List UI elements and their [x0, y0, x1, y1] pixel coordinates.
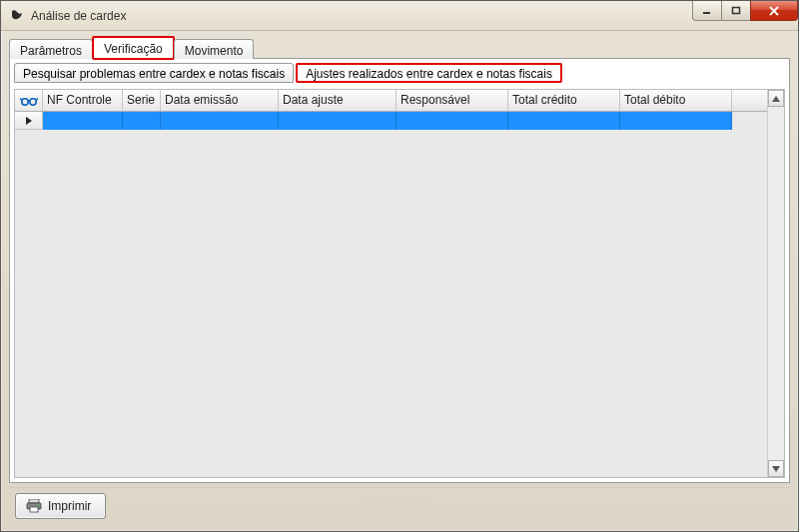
app-window: Análise de cardex Parâmetros Verificação…: [0, 0, 799, 532]
col-data-emissao[interactable]: Data emissão: [161, 90, 279, 111]
grid-header-row: NF Controle Serie Data emissão Data ajus…: [15, 90, 767, 112]
scroll-down-button[interactable]: [768, 460, 784, 477]
window-controls: [693, 1, 798, 30]
tab-movimento[interactable]: Movimento: [174, 39, 255, 59]
scroll-track[interactable]: [768, 107, 784, 460]
svg-marker-6: [26, 117, 32, 125]
minimize-button[interactable]: [692, 1, 722, 21]
cell-serie[interactable]: [123, 112, 161, 130]
svg-marker-7: [772, 96, 780, 102]
printer-icon: [26, 499, 42, 513]
scroll-up-button[interactable]: [768, 90, 784, 107]
imprimir-button[interactable]: Imprimir: [15, 493, 106, 519]
grid: NF Controle Serie Data emissão Data ajus…: [14, 89, 785, 478]
chevron-down-icon: [772, 466, 780, 472]
maximize-button[interactable]: [721, 1, 751, 21]
tab-panel: Pesquisar problemas entre cardex e notas…: [9, 58, 790, 483]
cell-data-emissao[interactable]: [161, 112, 279, 130]
col-total-credito[interactable]: Total crédito: [508, 90, 620, 111]
content-area: Parâmetros Verificação Movimento Pesquis…: [1, 31, 798, 531]
chevron-up-icon: [772, 96, 780, 102]
cell-total-credito[interactable]: [508, 112, 620, 130]
cell-nf-controle[interactable]: [43, 112, 123, 130]
svg-point-4: [21, 98, 27, 104]
footer-bar: Imprimir: [9, 487, 790, 523]
cell-data-ajuste[interactable]: [279, 112, 397, 130]
tab-parametros[interactable]: Parâmetros: [9, 39, 93, 59]
subtab-pesquisar[interactable]: Pesquisar problemas entre cardex e notas…: [14, 63, 294, 83]
app-icon: [9, 8, 25, 24]
cell-total-debito[interactable]: [620, 112, 732, 130]
close-button[interactable]: [750, 1, 798, 21]
window-title: Análise de cardex: [31, 9, 693, 23]
svg-rect-1: [733, 7, 740, 13]
col-serie[interactable]: Serie: [123, 90, 161, 111]
svg-point-12: [38, 504, 40, 506]
svg-marker-8: [772, 466, 780, 472]
grid-body[interactable]: [15, 112, 767, 477]
svg-rect-9: [29, 499, 39, 503]
table-row[interactable]: [15, 112, 767, 130]
current-row-icon: [25, 116, 33, 126]
imprimir-label: Imprimir: [48, 499, 91, 513]
svg-point-5: [29, 98, 35, 104]
svg-rect-11: [30, 507, 38, 512]
sub-tabs: Pesquisar problemas entre cardex e notas…: [14, 63, 785, 85]
titlebar[interactable]: Análise de cardex: [1, 1, 798, 31]
row-indicator: [15, 112, 43, 130]
grid-header-icon[interactable]: [15, 90, 43, 111]
cell-responsavel[interactable]: [397, 112, 508, 130]
subtab-ajustes[interactable]: Ajustes realizados entre cardex e notas …: [296, 63, 562, 83]
col-data-ajuste[interactable]: Data ajuste: [279, 90, 397, 111]
col-responsavel[interactable]: Responsável: [397, 90, 508, 111]
col-nf-controle[interactable]: NF Controle: [43, 90, 123, 111]
vertical-scrollbar[interactable]: [767, 90, 784, 477]
col-total-debito[interactable]: Total débito: [620, 90, 732, 111]
main-tabs: Parâmetros Verificação Movimento: [9, 37, 790, 59]
tab-verificacao[interactable]: Verificação: [92, 36, 175, 60]
glasses-icon: [20, 95, 38, 107]
